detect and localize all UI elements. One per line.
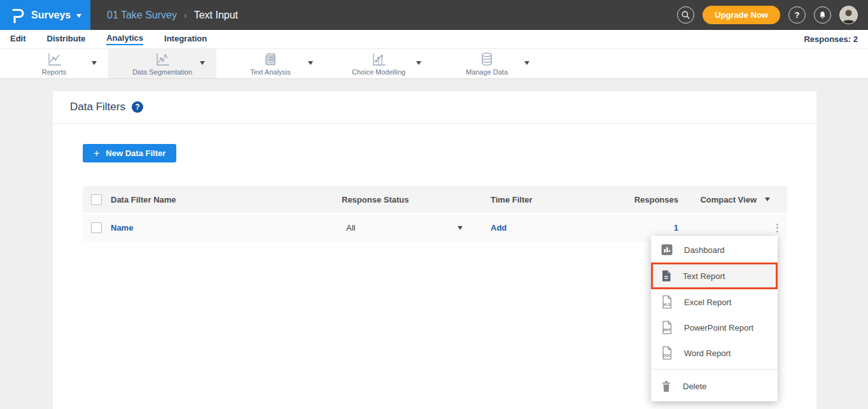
menu-item-label: Dashboard: [684, 245, 725, 255]
text-report-icon: [661, 269, 672, 282]
menu-item-word-report[interactable]: DOC Word Report: [651, 340, 778, 366]
chevron-down-icon: [200, 61, 205, 65]
toolbar-item-reports[interactable]: Reports: [0, 49, 108, 78]
menu-item-label: Delete: [683, 382, 707, 391]
chevron-down-icon: [92, 61, 97, 65]
tab-distribute[interactable]: Distribute: [47, 34, 86, 45]
toolbar-item-manage-data[interactable]: Manage Data: [433, 49, 541, 78]
analytics-toolbar: Reports Data Segmentation Text Analysis …: [0, 49, 868, 79]
responses-count: Responses: 2: [804, 34, 858, 44]
ppt-badge: PPT: [663, 328, 671, 332]
plus-icon: +: [94, 148, 99, 159]
top-bar: Surveys 01 Take Survey › Text Input Upgr…: [0, 0, 868, 30]
tab-analytics[interactable]: Analytics: [106, 33, 143, 45]
breadcrumb-current: Text Input: [194, 10, 238, 21]
breadcrumb: 01 Take Survey › Text Input: [107, 0, 238, 30]
database-icon: [479, 52, 495, 67]
add-time-filter-link[interactable]: Add: [491, 223, 507, 233]
toolbar-item-choice-modelling[interactable]: Choice Modelling: [325, 49, 433, 78]
tab-integration[interactable]: Integration: [164, 34, 207, 45]
row-actions-cell: [678, 221, 787, 235]
choice-modelling-icon: [370, 52, 387, 67]
menu-item-text-report[interactable]: Text Report: [651, 262, 778, 289]
search-icon: [681, 10, 690, 20]
segmentation-chart-icon: [154, 52, 171, 67]
chevron-down-icon: [416, 61, 421, 65]
doc-file-icon: DOC: [661, 346, 673, 360]
filter-name-cell: Name: [111, 223, 342, 233]
new-data-filter-label: New Data Filter: [106, 148, 165, 158]
xls-badge: XLS: [663, 303, 671, 306]
upgrade-now-button[interactable]: Upgrade Now: [703, 6, 780, 24]
data-filters-table: Data Filter Name Response Status Time Fi…: [83, 186, 787, 241]
search-button[interactable]: [677, 6, 694, 24]
menu-item-label: Text Report: [683, 271, 725, 281]
chevron-down-icon: [76, 14, 81, 18]
chevron-down-icon: [765, 197, 770, 201]
row-menu-button[interactable]: [773, 221, 782, 235]
header-checkbox-cell: [83, 194, 111, 205]
response-status-cell: All: [342, 223, 491, 233]
chevron-down-icon: [458, 226, 463, 230]
avatar-photo: [840, 6, 857, 24]
line-chart-icon: [46, 52, 62, 67]
row-checkbox-cell: [83, 222, 111, 233]
tab-edit[interactable]: Edit: [10, 34, 26, 45]
compact-view-label: Compact View: [700, 195, 757, 204]
select-all-checkbox[interactable]: [91, 194, 102, 205]
time-filter-cell: Add: [491, 223, 634, 233]
view-selector-cell: Compact View: [678, 195, 787, 204]
menu-item-label: Word Report: [684, 348, 731, 358]
filter-name-link[interactable]: Name: [111, 223, 133, 233]
menu-item-delete[interactable]: Delete: [651, 373, 778, 399]
surveys-menu[interactable]: Surveys: [0, 0, 90, 30]
new-data-filter-button[interactable]: + New Data Filter: [83, 144, 176, 162]
menu-item-label: PowerPoint Report: [684, 323, 753, 333]
text-analysis-icon: [262, 52, 279, 67]
doc-badge: DOC: [662, 354, 671, 357]
menu-item-dashboard[interactable]: Dashboard: [651, 237, 778, 262]
menu-divider: [651, 369, 778, 370]
table-header-row: Data Filter Name Response Status Time Fi…: [83, 186, 787, 214]
brand-label: Surveys: [31, 10, 71, 21]
xls-file-icon: XLS: [661, 295, 673, 309]
dashboard-icon: [661, 243, 673, 256]
notifications-button[interactable]: [814, 6, 831, 24]
column-header-time-filter: Time Filter: [491, 195, 634, 204]
page-title: Data Filters: [70, 101, 125, 113]
toolbar-item-text-analysis[interactable]: Text Analysis: [216, 49, 325, 78]
response-status-dropdown[interactable]: All: [342, 223, 463, 233]
response-status-value: All: [346, 223, 355, 233]
questionpro-logo: [10, 7, 25, 24]
column-header-name: Data Filter Name: [111, 195, 342, 204]
help-button[interactable]: ?: [788, 6, 806, 24]
dot: [776, 227, 778, 229]
bell-icon: [818, 10, 827, 20]
responses-cell: 1: [634, 223, 678, 233]
card-body: + New Data Filter Data Filter Name Respo…: [53, 124, 816, 241]
dot: [776, 224, 778, 226]
chevron-down-icon: [524, 61, 529, 65]
breadcrumb-survey-link[interactable]: 01 Take Survey: [107, 10, 177, 21]
card-header: Data Filters ?: [53, 91, 816, 124]
column-header-responses: Responses: [634, 195, 678, 204]
column-header-response-status: Response Status: [342, 195, 491, 204]
data-filters-help-icon[interactable]: ?: [132, 101, 143, 113]
menu-item-powerpoint-report[interactable]: PPT PowerPoint Report: [651, 315, 778, 340]
survey-tab-bar: Edit Distribute Analytics Integration Re…: [0, 30, 868, 49]
toolbar-label: Manage Data: [466, 68, 508, 76]
menu-item-excel-report[interactable]: XLS Excel Report: [651, 289, 778, 315]
compact-view-dropdown[interactable]: Compact View: [700, 195, 770, 204]
row-context-menu: Dashboard Text Report XLS Excel Report P…: [651, 236, 778, 401]
breadcrumb-separator: ›: [184, 10, 187, 20]
menu-item-label: Excel Report: [684, 298, 731, 307]
toolbar-label: Reports: [42, 68, 67, 76]
question-mark-icon: ?: [795, 10, 800, 20]
ppt-file-icon: PPT: [661, 320, 673, 334]
topbar-actions: Upgrade Now ?: [677, 0, 868, 30]
row-checkbox[interactable]: [91, 222, 102, 233]
toolbar-item-data-segmentation[interactable]: Data Segmentation: [108, 49, 216, 78]
avatar[interactable]: [839, 6, 858, 24]
responses-count-link[interactable]: 1: [674, 223, 678, 233]
chevron-down-icon: [308, 61, 313, 65]
